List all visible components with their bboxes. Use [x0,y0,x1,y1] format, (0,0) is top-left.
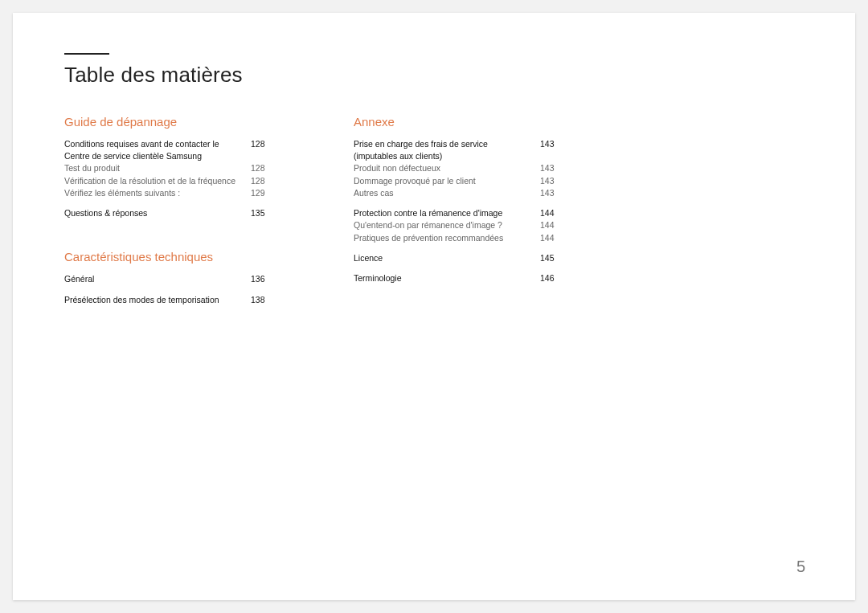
toc-entry-head[interactable]: Terminologie 146 [354,272,563,284]
toc-entry-page: 128 [251,162,273,174]
toc-entry-label: Terminologie [354,272,540,284]
toc-entry-label: Vérifiez les éléments suivants : [64,187,251,199]
toc-entry-head[interactable]: Protection contre la rémanence d'image 1… [354,207,563,219]
toc-entry-page: 143 [540,175,563,187]
toc-entry-head[interactable]: Général 136 [64,273,273,285]
section-heading-guide: Guide de dépannage [64,115,273,129]
toc-entry-label: Qu'entend-on par rémanence d'image ? [354,219,540,231]
toc-entry-page: 145 [540,252,563,264]
toc-entry-page: 144 [540,207,563,219]
toc-entry-page: 128 [251,138,273,162]
toc-entry-page: 144 [540,232,563,244]
toc-entry-sub[interactable]: Dommage provoqué par le client 143 [354,175,563,187]
toc-entry-label: Protection contre la rémanence d'image [354,207,540,219]
toc-entry-page: 144 [540,219,563,231]
page-title: Table des matières [64,63,807,88]
right-column: Annexe Prise en charge des frais de serv… [354,115,563,292]
toc-group: Prise en charge des frais de service (im… [354,138,563,199]
page-number: 5 [796,558,805,576]
section-heading-annexe: Annexe [354,115,563,129]
toc-entry-page: 129 [251,187,273,199]
section-heading-carac: Caractéristiques techniques [64,250,273,264]
toc-entry-page: 143 [540,162,563,174]
toc-entry-head[interactable]: Présélection des modes de temporisation … [64,294,273,306]
page: Table des matières Guide de dépannage Co… [13,13,855,600]
toc-entry-label: Test du produit [64,162,251,174]
toc-entry-label: Vérification de la résolution et de la f… [64,175,251,187]
toc-entry-sub[interactable]: Test du produit 128 [64,162,273,174]
toc-group: Présélection des modes de temporisation … [64,294,273,306]
toc-entry-page: 143 [540,187,563,199]
title-rule [64,53,109,55]
toc-entry-label: Dommage provoqué par le client [354,175,540,187]
toc-entry-head[interactable]: Questions & réponses 135 [64,207,273,219]
toc-group: Conditions requises avant de contacter l… [64,138,273,199]
toc-entry-label: Présélection des modes de temporisation [64,294,251,306]
toc-group: Général 136 [64,273,273,285]
toc-group: Questions & réponses 135 [64,207,273,219]
toc-entry-label: Produit non défectueux [354,162,540,174]
toc-entry-label: Questions & réponses [64,207,251,219]
toc-entry-label: Licence [354,252,540,264]
toc-group: Terminologie 146 [354,272,563,284]
toc-entry-label: Conditions requises avant de contacter l… [64,138,251,162]
toc-entry-head[interactable]: Conditions requises avant de contacter l… [64,138,273,162]
toc-entry-sub[interactable]: Produit non défectueux 143 [354,162,563,174]
left-column: Guide de dépannage Conditions requises a… [64,115,273,314]
toc-entry-page: 138 [251,294,273,306]
toc-entry-sub[interactable]: Qu'entend-on par rémanence d'image ? 144 [354,219,563,231]
toc-entry-sub[interactable]: Vérifiez les éléments suivants : 129 [64,187,273,199]
toc-entry-sub[interactable]: Pratiques de prévention recommandées 144 [354,232,563,244]
toc-entry-label: Pratiques de prévention recommandées [354,232,540,244]
toc-entry-page: 146 [540,272,563,284]
toc-entry-page: 136 [251,273,273,285]
toc-columns: Guide de dépannage Conditions requises a… [64,115,807,314]
toc-group: Licence 145 [354,252,563,264]
toc-entry-page: 128 [251,175,273,187]
toc-entry-sub[interactable]: Vérification de la résolution et de la f… [64,175,273,187]
toc-entry-label: Général [64,273,251,285]
toc-entry-sub[interactable]: Autres cas 143 [354,187,563,199]
page-frame: Table des matières Guide de dépannage Co… [0,0,868,613]
toc-entry-page: 143 [540,138,563,162]
toc-entry-head[interactable]: Licence 145 [354,252,563,264]
toc-entry-page: 135 [251,207,273,219]
toc-entry-label: Autres cas [354,187,540,199]
toc-group: Protection contre la rémanence d'image 1… [354,207,563,244]
toc-entry-label: Prise en charge des frais de service (im… [354,138,540,162]
toc-entry-head[interactable]: Prise en charge des frais de service (im… [354,138,563,162]
